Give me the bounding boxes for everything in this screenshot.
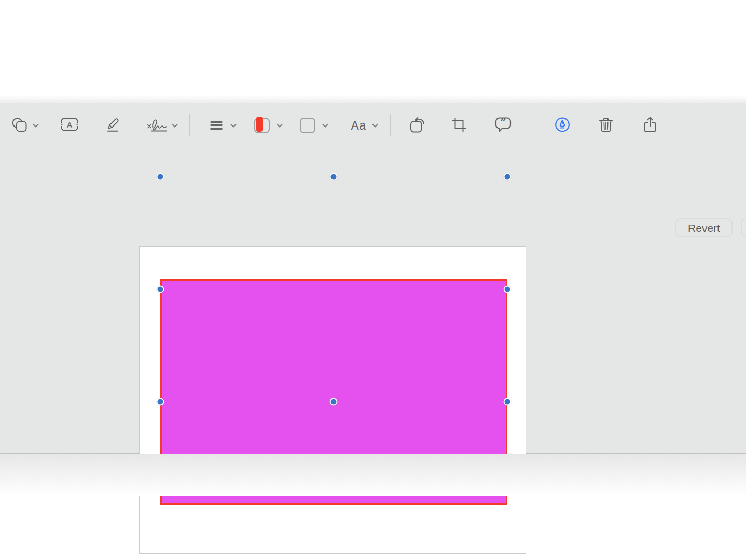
crop-icon xyxy=(451,117,467,135)
markup-pen-button[interactable] xyxy=(555,103,571,148)
text-style-label: Aa xyxy=(351,119,366,133)
revert-button-label: Revert xyxy=(688,222,720,234)
text-style-chevron-down-icon[interactable] xyxy=(372,103,379,148)
toolbar-separator xyxy=(390,114,391,136)
svg-text:”: ” xyxy=(500,117,506,129)
screen: A xyxy=(0,0,746,560)
shapes-icon xyxy=(12,117,28,134)
text-box-icon: A xyxy=(61,117,79,134)
markup-toolbar: A xyxy=(0,103,746,148)
border-color-button[interactable] xyxy=(254,103,270,148)
rotate-left-button[interactable] xyxy=(409,103,426,148)
pencil-icon xyxy=(107,117,121,134)
resize-handle-top-center[interactable] xyxy=(330,173,338,181)
resize-handle-middle-right[interactable] xyxy=(504,286,512,293)
crop-button[interactable] xyxy=(451,103,467,148)
preview-window: A xyxy=(0,103,746,454)
border-color-swatch xyxy=(254,118,270,133)
fill-color-chevron-down-icon[interactable] xyxy=(322,103,329,148)
fill-color-button[interactable] xyxy=(300,103,315,148)
resize-handle-bottom-right[interactable] xyxy=(504,398,512,406)
signature-icon xyxy=(146,117,168,134)
quote-bubble-icon: ” xyxy=(495,117,512,135)
draw-button[interactable] xyxy=(107,103,121,148)
line-thickness-icon xyxy=(211,121,223,130)
clipped-right-button[interactable] xyxy=(741,218,746,237)
text-style-button[interactable]: Aa xyxy=(351,103,366,148)
window-bottom-shadow xyxy=(0,454,746,496)
shape-style-chevron-down-icon[interactable] xyxy=(230,103,237,148)
trash-icon xyxy=(599,117,613,135)
revert-button[interactable]: Revert xyxy=(675,218,733,237)
svg-text:A: A xyxy=(67,120,72,129)
sign-chevron-down-icon[interactable] xyxy=(172,103,178,148)
markup-pen-icon xyxy=(555,117,571,135)
resize-handle-top-left[interactable] xyxy=(157,173,164,181)
resize-handle-top-right[interactable] xyxy=(504,173,512,181)
shape-style-button[interactable] xyxy=(211,103,223,148)
share-icon xyxy=(643,116,657,135)
trash-button[interactable] xyxy=(599,103,613,148)
sign-button[interactable] xyxy=(146,103,168,148)
window-top-shadow xyxy=(0,95,746,103)
shapes-chevron-down-icon[interactable] xyxy=(33,103,39,148)
shapes-button[interactable] xyxy=(12,103,28,148)
toolbar-separator xyxy=(189,114,190,136)
rotate-left-icon xyxy=(409,117,426,135)
share-button[interactable] xyxy=(643,103,657,148)
fill-color-swatch xyxy=(300,118,315,133)
resize-handle-bottom-left[interactable] xyxy=(157,398,164,406)
annotate-comment-button[interactable]: ” xyxy=(495,103,512,148)
desktop-background-top xyxy=(0,0,746,103)
resize-handle-middle-left[interactable] xyxy=(157,286,164,293)
resize-handle-bottom-center[interactable] xyxy=(330,398,338,406)
text-box-button[interactable]: A xyxy=(61,103,79,148)
border-color-chevron-down-icon[interactable] xyxy=(277,103,283,148)
